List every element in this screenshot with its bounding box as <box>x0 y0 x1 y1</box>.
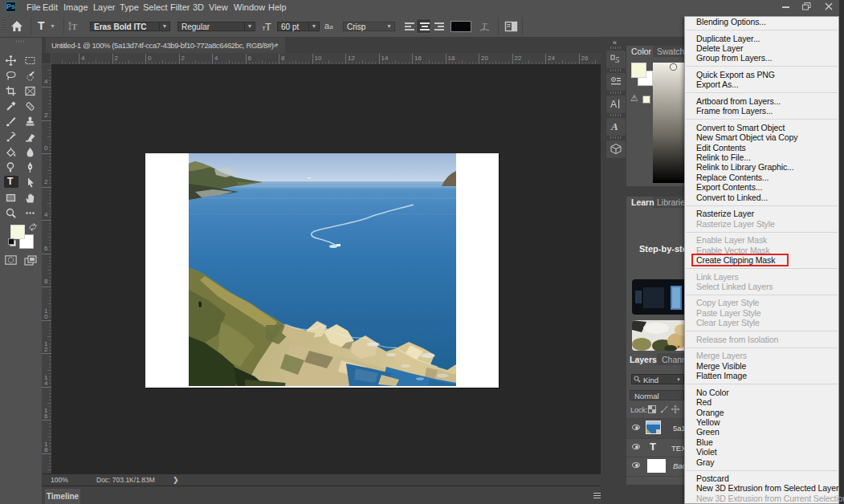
svg-text:T: T <box>262 25 266 32</box>
svg-text:T: T <box>71 22 78 31</box>
svg-text:A: A <box>610 120 618 132</box>
svg-text:5: 5 <box>615 55 620 64</box>
svg-text:A: A <box>610 99 617 110</box>
svg-text:T: T <box>265 21 271 33</box>
